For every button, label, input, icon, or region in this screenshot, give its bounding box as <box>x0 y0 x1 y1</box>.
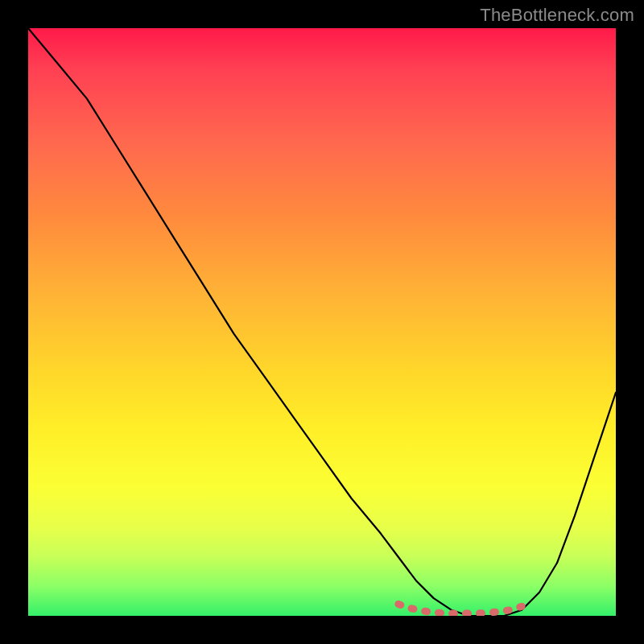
watermark-text: TheBottleneck.com <box>480 5 634 26</box>
chart-frame: TheBottleneck.com <box>0 0 644 644</box>
curve-svg <box>28 28 616 616</box>
bottleneck-curve <box>28 28 616 616</box>
plot-area <box>28 28 616 616</box>
